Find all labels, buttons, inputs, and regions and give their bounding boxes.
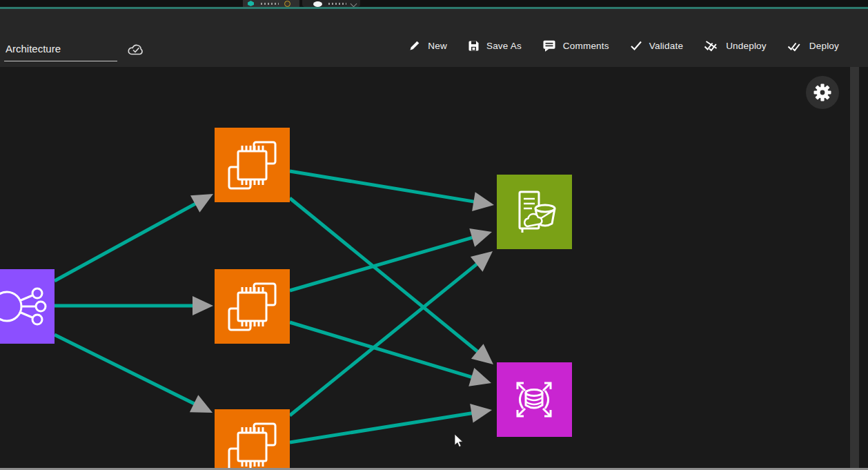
cloud-check-icon [127,42,146,57]
diagram-svg [0,67,850,468]
validate-button-label: Validate [649,41,683,51]
node-compute-3[interactable] [215,409,290,468]
deploy-button[interactable]: Deploy [787,39,839,52]
nodes-layer [0,128,572,468]
tab-1-badge-icon [284,1,290,7]
gear-icon [813,84,831,101]
check-icon [630,39,642,52]
chevron-down-icon [351,1,357,7]
save-as-button-label: Save As [486,41,522,51]
edge-lb-to-compute-1[interactable] [55,194,213,281]
pencil-icon [408,39,421,52]
comments-button[interactable]: Comments [542,39,609,52]
edge-compute-1-to-storage[interactable] [290,171,494,211]
new-button-label: New [428,41,447,51]
save-as-button[interactable]: Save As [468,40,522,52]
double-check-icon [787,39,802,52]
toolbar: New Save As Comments [408,39,839,52]
edge-lb-to-compute-3[interactable] [55,335,213,413]
node-storage[interactable] [497,175,572,249]
node-compute-1[interactable] [215,128,290,202]
browser-tab-1[interactable] [243,0,299,7]
undeploy-button-label: Undeploy [726,41,767,51]
arrowhead-icon [472,192,494,211]
app-logo-teal-icon [248,1,254,6]
tab-1-title-dots [261,3,279,5]
edge-lb-to-compute-2[interactable] [55,296,213,315]
edge-compute-3-to-storage[interactable] [290,251,493,415]
diagram-canvas[interactable] [0,67,850,468]
floppy-icon [468,40,480,52]
oval-favicon-icon [313,1,322,7]
double-check-slash-icon [704,39,719,52]
arrowhead-icon [193,296,213,315]
validate-button[interactable]: Validate [630,39,683,52]
header-toolbar: New Save As Comments [0,9,868,67]
node-database[interactable] [497,362,572,437]
arrowhead-icon [469,228,492,247]
deploy-button-label: Deploy [809,41,839,51]
mouse-pointer-icon [454,433,465,449]
settings-button[interactable] [806,76,839,109]
arrowhead-icon [470,404,492,423]
browser-tab-strip [0,0,868,7]
new-button[interactable]: New [408,39,447,52]
browser-tab-2[interactable] [302,0,360,7]
node-load-balancer[interactable] [0,269,55,344]
tab-2-title-dots [328,3,346,5]
vertical-scrollbar[interactable] [850,67,859,468]
diagram-title-input[interactable] [4,43,117,61]
arrowhead-icon [468,368,491,386]
undeploy-button[interactable]: Undeploy [704,39,767,52]
node-compute-2[interactable] [215,269,290,344]
comments-button-label: Comments [563,41,609,51]
title-area [4,42,146,61]
app-window: New Save As Comments [0,0,868,470]
speech-bubble-icon [542,39,556,52]
